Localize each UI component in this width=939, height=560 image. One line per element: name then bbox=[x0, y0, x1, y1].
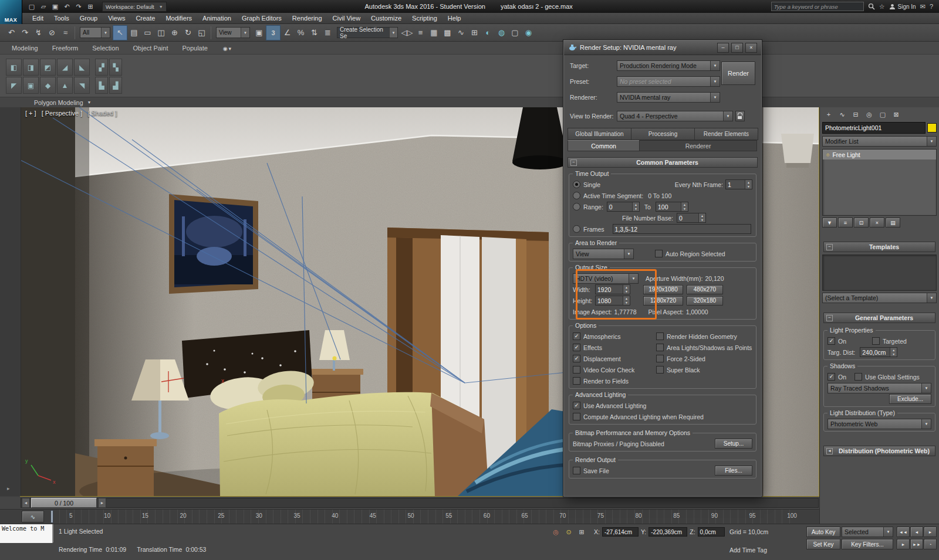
menu-item[interactable]: Animation bbox=[197, 13, 237, 23]
effects-checkbox[interactable]: ✓Effects bbox=[573, 344, 602, 351]
menu-item[interactable]: Group bbox=[75, 13, 103, 23]
create-tab-icon[interactable]: + bbox=[822, 109, 835, 120]
file-number-base-field[interactable]: 0 ▲▼ bbox=[677, 213, 706, 223]
window-crossing-icon[interactable]: ◫ bbox=[154, 26, 168, 40]
modeling-tool-button[interactable]: ◆ bbox=[40, 77, 56, 94]
align-icon[interactable]: ≡ bbox=[414, 26, 427, 40]
files-button[interactable]: Files... bbox=[715, 466, 752, 476]
selection-lock-icon[interactable]: ⊙ bbox=[563, 527, 574, 537]
dialog-title-bar[interactable]: Render Setup: NVIDIA mental ray –□× bbox=[564, 40, 761, 55]
named-selection-set-dropdown[interactable]: Create Selection Se▼ bbox=[337, 27, 398, 38]
bitmap-setup-button[interactable]: Setup... bbox=[715, 439, 752, 449]
auto-region-selected-checkbox[interactable]: Auto Region Selected bbox=[655, 250, 725, 257]
modeling-tool-button[interactable]: ◨ bbox=[23, 59, 39, 76]
view-to-render-dropdown[interactable]: Quad 4 - Perspective▼ bbox=[617, 111, 733, 121]
search-icon[interactable] bbox=[868, 3, 875, 10]
auto-key-button[interactable]: Auto Key bbox=[806, 527, 840, 537]
modifier-list-dropdown[interactable]: Modifier List▼ bbox=[822, 136, 937, 147]
open-file-icon[interactable]: ▱ bbox=[38, 1, 49, 12]
use-global-settings-checkbox[interactable]: Use Global Settings bbox=[854, 373, 920, 381]
viewport-pov-menu[interactable]: [ Perspective ] bbox=[42, 110, 83, 117]
viewport-general-menu[interactable]: [ + ] bbox=[25, 110, 36, 117]
sign-in-button[interactable]: Sign In bbox=[889, 4, 916, 10]
super-black-checkbox[interactable]: Super Black bbox=[656, 366, 700, 374]
select-by-name-icon[interactable]: ▤ bbox=[127, 26, 141, 40]
spinner-icon[interactable]: ▲▼ bbox=[681, 202, 688, 211]
tab-render-elements[interactable]: Render Elements bbox=[694, 128, 758, 140]
spinner-icon[interactable]: ▲▼ bbox=[745, 180, 752, 189]
range-to-field[interactable]: 100 ▲▼ bbox=[656, 202, 688, 212]
configure-modifier-sets-icon[interactable]: ▤ bbox=[886, 218, 900, 228]
frames-radio[interactable] bbox=[573, 225, 580, 233]
resolution-preset-button[interactable]: 480x270 bbox=[687, 285, 723, 294]
tab-object-paint[interactable]: Object Paint bbox=[126, 42, 175, 54]
time-slider-track[interactable] bbox=[21, 498, 819, 508]
display-tab-icon[interactable]: ▢ bbox=[876, 109, 889, 120]
motion-tab-icon[interactable]: ◎ bbox=[863, 109, 876, 120]
frames-field[interactable]: 1,3,5-12 bbox=[613, 224, 751, 234]
width-field[interactable]: 1920 ▲▼ bbox=[595, 284, 630, 294]
select-template-dropdown[interactable]: (Select a Template)▼ bbox=[822, 293, 937, 303]
add-time-tag[interactable]: Add Time Tag bbox=[729, 547, 767, 554]
menu-item[interactable]: Help bbox=[443, 13, 467, 23]
output-size-preset-dropdown[interactable]: HDTV (video)▼ bbox=[573, 273, 639, 284]
menu-item[interactable]: Views bbox=[103, 13, 130, 23]
templates-rollout[interactable]: − Templates bbox=[823, 242, 935, 252]
maxscript-mini-listener[interactable]: Welcome to M bbox=[0, 524, 53, 543]
x-coordinate-field[interactable]: -27,614cm bbox=[602, 527, 639, 537]
render-setup-icon[interactable]: ◍ bbox=[495, 26, 508, 40]
shadows-on-checkbox[interactable]: ✓ On bbox=[827, 373, 846, 381]
select-and-move-icon[interactable]: ⊕ bbox=[168, 26, 181, 40]
polygon-modeling-panel-header[interactable]: Polygon Modeling ▼ bbox=[0, 97, 939, 107]
light-color-swatch[interactable] bbox=[927, 123, 937, 133]
select-and-rotate-icon[interactable]: ↻ bbox=[181, 26, 195, 40]
undo-icon[interactable]: ↶ bbox=[61, 1, 73, 12]
render-production-icon[interactable]: ◉ bbox=[522, 26, 535, 40]
menu-item[interactable]: Edit bbox=[27, 13, 49, 23]
modeling-tool-button[interactable]: ▚ bbox=[109, 59, 122, 76]
track-bar[interactable]: ∿ 51015202530354045505560657075808590951… bbox=[0, 509, 819, 524]
menu-item[interactable]: Modifiers bbox=[160, 13, 197, 23]
tab-processing[interactable]: Processing bbox=[631, 128, 695, 140]
pin-stack-icon[interactable]: ▼ bbox=[822, 218, 837, 228]
renderer-dropdown[interactable]: NVIDIA mental ray▼ bbox=[617, 92, 720, 103]
tab-common[interactable]: Common bbox=[568, 140, 640, 151]
previous-frame-icon[interactable]: ◄ bbox=[910, 527, 923, 537]
undo-icon[interactable]: ↶ bbox=[5, 26, 18, 40]
project-folder-icon[interactable]: ⊞ bbox=[85, 1, 96, 12]
resolution-preset-button[interactable]: 1920x1080 bbox=[643, 285, 683, 294]
go-to-start-icon[interactable]: ◄◄ bbox=[897, 527, 910, 537]
target-distance-field[interactable]: 240,0cm ▲▼ bbox=[860, 347, 897, 357]
percent-snap-icon[interactable]: % bbox=[294, 26, 308, 40]
app-logo[interactable]: MAX bbox=[0, 0, 22, 24]
workspace-dropdown[interactable]: Workspace: Default▼ bbox=[102, 2, 167, 12]
unlink-selection-icon[interactable]: ⊘ bbox=[45, 26, 59, 40]
key-filters-button[interactable]: Key Filters... bbox=[842, 539, 893, 549]
previous-frame-button[interactable]: ◄ bbox=[22, 498, 30, 508]
close-button[interactable]: × bbox=[745, 43, 757, 53]
modifier-stack[interactable]: ○ Free Light bbox=[822, 149, 937, 216]
material-editor-icon[interactable]: ◐ bbox=[481, 26, 495, 40]
set-key-button[interactable]: Set Key bbox=[806, 539, 840, 549]
tab-selection[interactable]: Selection bbox=[85, 42, 126, 54]
isolate-selection-icon[interactable]: ◎ bbox=[550, 527, 561, 537]
range-radio[interactable] bbox=[573, 203, 580, 211]
search-input[interactable] bbox=[771, 2, 864, 11]
menu-item[interactable]: Graph Editors bbox=[237, 13, 287, 23]
menu-item[interactable]: Create bbox=[130, 13, 160, 23]
render-button[interactable]: Render bbox=[721, 62, 755, 85]
selected-set-key-dropdown[interactable]: Selected▼ bbox=[842, 527, 893, 537]
reference-coordinate-dropdown[interactable]: View▼ bbox=[216, 27, 250, 38]
object-name-field[interactable]: PhotometricLight001 bbox=[822, 122, 926, 134]
menu-item[interactable]: Tools bbox=[49, 13, 75, 23]
area-to-render-dropdown[interactable]: View▼ bbox=[573, 249, 634, 259]
layout-tabs-arrow[interactable]: ▸ bbox=[7, 486, 10, 491]
play-animation-icon[interactable]: ► bbox=[924, 527, 937, 537]
modeling-tool-button[interactable]: ▙ bbox=[95, 77, 108, 94]
angle-snap-icon[interactable]: ∠ bbox=[281, 26, 294, 40]
menu-item[interactable]: Rendering bbox=[287, 13, 327, 23]
minimize-button[interactable]: – bbox=[717, 43, 729, 53]
modify-tab-icon[interactable]: ∿ bbox=[836, 109, 849, 120]
shadow-type-dropdown[interactable]: Ray Traced Shadows▼ bbox=[827, 383, 931, 393]
show-end-result-icon[interactable]: ≡ bbox=[838, 218, 853, 228]
